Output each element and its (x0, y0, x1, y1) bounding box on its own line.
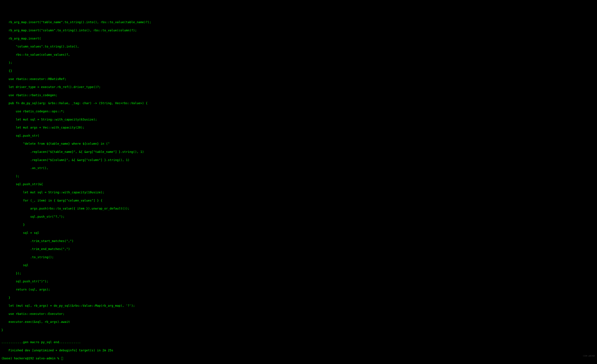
code-line: {} (1, 69, 596, 73)
code-line: let mut args = Vec::with_capacity(20); (1, 126, 596, 129)
code-line: pub fn do_py_sql(arg: &rbs::Value, _tag:… (1, 101, 596, 105)
code-line: .as_str(), (1, 166, 596, 170)
code-line: } (1, 223, 596, 227)
code-line: use rbatis::rbatis_codegen; (1, 93, 596, 97)
code-line: sql.push_str(&{ (1, 182, 596, 186)
code-line: "column_values".to_string().into(), (1, 45, 596, 48)
code-line: .replacen("${column}", &{ &arg["column"]… (1, 158, 596, 162)
code-line: rb_arg_map.insert("column".to_string().i… (1, 28, 596, 32)
cursor-icon (61, 357, 63, 360)
code-line: for (_, item) in { &arg["column_values"]… (1, 198, 596, 203)
terminal-output[interactable]: rb_arg_map.insert("table_name".to_string… (0, 16, 597, 364)
code-line: sql (1, 263, 596, 267)
code-line: rbs::to_value(column_values)?, (1, 53, 596, 57)
code-line: let driver_type = executor.rb_ref().driv… (1, 85, 596, 89)
code-line: sql.push_str("?,"); (1, 215, 596, 219)
code-line: }); (1, 271, 596, 275)
code-line: use rbatis::executor::Executor; (1, 312, 596, 316)
prompt-line[interactable]: (base) hackerx@192 salvo-admin % (1, 356, 596, 360)
code-line: } (1, 328, 596, 332)
watermark-text: CSDN @林鸿群 (583, 355, 595, 357)
code-line: let mut sql = String::with_capacity(63us… (1, 118, 596, 121)
code-line: use rbatis_codegen::ops::*; (1, 109, 596, 113)
code-line: rb_arg_map.insert("table_name".to_string… (1, 20, 596, 24)
code-line: use rbatis::executor::RBatisRef; (1, 77, 596, 81)
code-line: sql.push_str(")"); (1, 279, 596, 283)
code-line: let mut sql = String::with_capacity(10us… (1, 190, 596, 194)
code-line: .to_string(); (1, 255, 596, 259)
code-line: .trim_start_matches(",") (1, 239, 596, 243)
build-status-line: Finished dev [unoptimized + debuginfo] t… (1, 348, 596, 352)
code-line: return (sql, args); (1, 287, 596, 292)
code-line: } (1, 296, 596, 300)
code-line: args.push(rbs::to_value({ item }).unwrap… (1, 206, 596, 211)
code-line: .replacen("${table_name}", &{ &arg["tabl… (1, 150, 596, 154)
output-line: ............gen macro py_sql end........… (1, 340, 596, 344)
code-line: let (mut sql, rb_args) = do_py_sql(&rbs:… (1, 304, 596, 308)
shell-prompt: (base) hackerx@192 salvo-admin % (1, 356, 61, 360)
code-line: .trim_end_matches(",") (1, 247, 596, 251)
code-line: executor.exec(&sql, rb_args).await (1, 320, 596, 324)
code-line: ); (1, 61, 596, 65)
code-line: ); (1, 174, 596, 178)
code-line: rb_arg_map.insert( (1, 37, 596, 40)
code-line: sql.push_str( (1, 134, 596, 138)
code-line: "delete from ${table_name} where ${colum… (1, 142, 596, 146)
code-line: sql = sql (1, 231, 596, 235)
